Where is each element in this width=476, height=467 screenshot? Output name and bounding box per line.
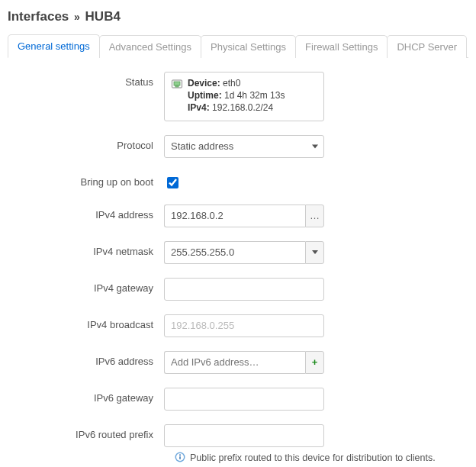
ipv6-prefix-hint: Public prefix routed to this device for … — [175, 452, 468, 465]
ipv6-address-add-button[interactable]: + — [305, 351, 324, 374]
svg-rect-1 — [174, 82, 180, 85]
ipv6-address-label: IPv6 address — [8, 351, 164, 367]
protocol-select[interactable]: Static address — [164, 135, 324, 158]
svg-point-5 — [179, 454, 181, 456]
status-label: Status — [8, 72, 164, 88]
status-ipv4-label: IPv4: — [188, 102, 210, 113]
tab-firewall-settings[interactable]: Firewall Settings — [295, 35, 388, 58]
title-separator: » — [72, 11, 82, 23]
title-section: Interfaces — [8, 9, 69, 24]
ipv4-broadcast-input[interactable] — [164, 314, 324, 337]
protocol-label: Protocol — [8, 135, 164, 151]
tab-general-settings[interactable]: General settings — [8, 34, 100, 58]
status-ipv4-value: 192.168.0.2/24 — [212, 102, 273, 113]
tab-bar: General settings Advanced Settings Physi… — [8, 34, 468, 58]
status-box: Device: eth0 Uptime: 1d 4h 32m 13s IPv4:… — [164, 72, 324, 121]
bringup-label: Bring up on boot — [8, 172, 164, 188]
ipv6-prefix-hint-text: Public prefix routed to this device for … — [190, 453, 436, 463]
ipv6-address-input[interactable] — [164, 351, 305, 374]
status-uptime-value: 1d 4h 32m 13s — [224, 90, 285, 101]
svg-rect-2 — [175, 85, 178, 87]
ipv4-address-more-button[interactable]: … — [305, 205, 324, 227]
info-icon — [175, 452, 185, 465]
ipv4-netmask-input[interactable] — [164, 241, 305, 264]
ipv4-netmask-dropdown-button[interactable] — [305, 241, 324, 264]
svg-rect-6 — [179, 456, 181, 459]
ipv6-gateway-label: IPv6 gateway — [8, 388, 164, 404]
ellipsis-icon: … — [310, 210, 320, 221]
network-port-icon — [171, 78, 183, 90]
plus-icon: + — [312, 356, 318, 368]
tab-dhcp-server[interactable]: DHCP Server — [387, 35, 467, 58]
ipv6-gateway-input[interactable] — [164, 388, 324, 411]
status-uptime-label: Uptime: — [188, 90, 222, 101]
tab-physical-settings[interactable]: Physical Settings — [201, 35, 296, 58]
bringup-checkbox[interactable] — [167, 177, 178, 188]
ipv4-gateway-input[interactable] — [164, 278, 324, 301]
ipv6-prefix-label: IPv6 routed prefix — [8, 424, 164, 440]
ipv4-gateway-label: IPv4 gateway — [8, 278, 164, 294]
ipv4-address-input[interactable] — [164, 205, 305, 227]
tab-advanced-settings[interactable]: Advanced Settings — [99, 35, 201, 58]
ipv4-address-label: IPv4 address — [8, 205, 164, 221]
status-device-label: Device: — [188, 78, 220, 89]
title-interface-name: HUB4 — [85, 9, 121, 24]
ipv4-netmask-label: IPv4 netmask — [8, 241, 164, 257]
ipv4-broadcast-label: IPv4 broadcast — [8, 314, 164, 330]
status-device-value: eth0 — [223, 78, 240, 89]
ipv6-prefix-input[interactable] — [164, 424, 324, 447]
page-title: Interfaces » HUB4 — [8, 9, 468, 24]
